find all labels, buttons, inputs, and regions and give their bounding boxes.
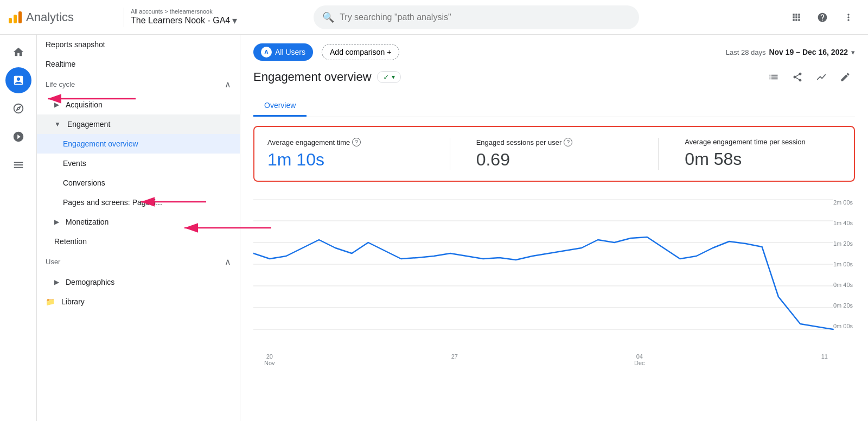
sidebar-item-realtime[interactable]: Realtime <box>37 54 240 74</box>
metric-engaged-sessions: Engaged sessions per user ? 0.69 <box>476 138 633 170</box>
title-status-badge[interactable]: ✓ ▾ <box>377 71 401 83</box>
sidebar-item-library[interactable]: 📁 Library <box>37 292 240 311</box>
y-label-1m20s: 1m 20s <box>833 240 853 247</box>
sidebar-item-monetization[interactable]: ▶ Monetization <box>37 212 240 232</box>
title-tools <box>764 67 855 87</box>
sidebar-icon-explore[interactable] <box>5 95 31 122</box>
user-collapse-icon: ∧ <box>225 257 231 267</box>
main-content: A All Users Add comparison + Last 28 day… <box>240 35 868 421</box>
property-selector[interactable]: The Learners Nook - GA4 ▾ <box>131 15 237 27</box>
metric-avg-engagement-time-info[interactable]: ? <box>352 138 361 146</box>
top-nav: Analytics All accounts > thelearnersnook… <box>0 0 868 35</box>
sidebar-item-retention[interactable]: Retention <box>37 232 240 251</box>
x-label-nov20: 20 Nov <box>264 353 275 366</box>
page-title-row: Engagement overview ✓ ▾ <box>253 67 855 87</box>
x-label-dec04: 04 Dec <box>634 353 645 366</box>
logo-bar-2 <box>14 15 17 23</box>
conversions-label: Conversions <box>63 178 105 187</box>
property-name: The Learners Nook - GA4 <box>131 16 230 25</box>
engagement-expand-icon: ▼ <box>54 120 61 128</box>
add-comparison-button[interactable]: Add comparison + <box>322 44 399 60</box>
metric-divider-2 <box>658 138 659 170</box>
metric-divider-1 <box>450 138 450 170</box>
sidebar-item-demographics[interactable]: ▶ Demographics <box>37 272 240 292</box>
sidebar-icon-home[interactable] <box>5 39 31 65</box>
add-comparison-plus: + <box>387 48 391 56</box>
property-dropdown-arrow: ▾ <box>232 15 237 27</box>
sidebar-icon-advertising[interactable] <box>5 124 31 150</box>
app-title: Analytics <box>26 10 74 24</box>
add-comparison-label: Add comparison <box>330 48 385 56</box>
chart-area: 2m 00s 1m 40s 1m 20s 1m 00s 0m 40s 0m 20… <box>253 190 855 366</box>
library-folder-icon: 📁 <box>46 297 55 306</box>
tab-overview[interactable]: Overview <box>253 95 307 117</box>
sidebar-item-engagement[interactable]: ▼ Engagement <box>37 114 240 134</box>
logo-bar-1 <box>9 18 12 23</box>
user-segment-chip[interactable]: A All Users <box>253 43 313 61</box>
chart-svg <box>253 199 855 351</box>
date-range-value: Nov 19 – Dec 16, 2022 <box>769 48 848 56</box>
metric-avg-engagement-per-session: Average engagement time per session 0m 5… <box>685 138 841 170</box>
main-layout: Reports snapshot Realtime Life cycle ∧ ▶… <box>0 35 868 421</box>
apps-icon-button[interactable] <box>786 7 807 28</box>
date-range-label: Last 28 days <box>726 48 766 56</box>
metric-avg-engagement-time-value: 1m 10s <box>267 150 424 170</box>
acquisition-expand-icon: ▶ <box>54 101 59 109</box>
nav-icons <box>786 7 859 28</box>
user-segment-label: All Users <box>275 48 305 56</box>
more-vert-icon-button[interactable] <box>838 7 859 28</box>
metric-avg-engagement-time-label: Average engagement time ? <box>267 138 424 146</box>
search-input[interactable] <box>340 12 630 22</box>
insights-button[interactable] <box>812 67 831 87</box>
search-bar[interactable]: 🔍 <box>314 5 639 29</box>
lifecycle-group-header[interactable]: Life cycle ∧ <box>37 74 240 95</box>
sidebar-item-reports-snapshot[interactable]: Reports snapshot <box>37 35 240 54</box>
content-header: A All Users Add comparison + Last 28 day… <box>253 35 855 67</box>
y-label-1m40s: 1m 40s <box>833 220 853 226</box>
sidebar-icon-configure[interactable] <box>5 152 31 178</box>
metrics-card: Average engagement time ? 1m 10s Engaged… <box>253 126 855 182</box>
user-chip-avatar: A <box>261 47 272 58</box>
status-check-icon: ✓ <box>383 73 390 81</box>
share-button[interactable] <box>788 67 807 87</box>
date-range-dropdown-icon: ▾ <box>851 48 855 56</box>
sidebar-icon-reports[interactable] <box>5 67 31 93</box>
icon-sidebar <box>0 35 37 421</box>
search-icon: 🔍 <box>322 11 334 23</box>
engagement-overview-label: Engagement overview <box>63 139 138 148</box>
retention-label: Retention <box>54 237 87 246</box>
realtime-label: Realtime <box>46 60 75 68</box>
sidebar-item-pages-screens[interactable]: Pages and screens: Page ti... <box>37 193 240 212</box>
customize-report-button[interactable] <box>764 67 783 87</box>
lifecycle-title: Life cycle <box>46 80 75 88</box>
engagement-label: Engagement <box>67 120 110 129</box>
page-title: Engagement overview <box>253 70 372 84</box>
y-label-0m20s: 0m 20s <box>833 302 853 309</box>
metric-avg-engagement-time: Average engagement time ? 1m 10s <box>267 138 424 170</box>
library-label: Library <box>61 297 85 306</box>
monetization-label: Monetization <box>66 218 108 226</box>
sidebar-item-engagement-overview[interactable]: Engagement overview <box>37 134 240 154</box>
y-axis-labels: 2m 00s 1m 40s 1m 20s 1m 00s 0m 40s 0m 20… <box>831 199 855 329</box>
x-label-11: 11 <box>821 353 828 366</box>
left-sidebar: Reports snapshot Realtime Life cycle ∧ ▶… <box>37 35 240 421</box>
logo-area: Analytics <box>9 10 117 24</box>
reports-snapshot-label: Reports snapshot <box>46 40 105 49</box>
edit-button[interactable] <box>835 67 855 87</box>
metric-engaged-sessions-info[interactable]: ? <box>564 138 572 146</box>
sidebar-item-acquisition[interactable]: ▶ Acquisition <box>37 95 240 114</box>
pages-screens-label: Pages and screens: Page ti... <box>63 198 162 207</box>
account-area[interactable]: All accounts > thelearnersnook The Learn… <box>131 8 237 27</box>
date-range[interactable]: Last 28 days Nov 19 – Dec 16, 2022 ▾ <box>726 48 855 56</box>
user-group-header[interactable]: User ∧ <box>37 251 240 272</box>
sidebar-item-conversions[interactable]: Conversions <box>37 173 240 193</box>
logo-icon <box>9 11 22 23</box>
help-icon-button[interactable] <box>812 7 833 28</box>
acquisition-label: Acquisition <box>66 100 103 109</box>
y-label-2m00s: 2m 00s <box>833 199 853 206</box>
metric-engaged-sessions-value: 0.69 <box>476 150 633 170</box>
monetization-expand-icon: ▶ <box>54 218 59 226</box>
sidebar-item-events[interactable]: Events <box>37 154 240 173</box>
breadcrumb: All accounts > thelearnersnook <box>131 8 237 15</box>
y-label-1m00s: 1m 00s <box>833 261 853 267</box>
